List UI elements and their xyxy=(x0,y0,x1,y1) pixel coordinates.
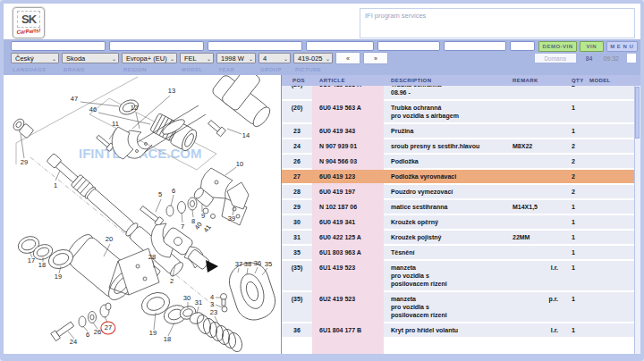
row-remark xyxy=(502,246,563,259)
table-row[interactable]: 27 6U0 419 123 Podložka vyrovnávaci 2 xyxy=(282,170,640,183)
filter-input-picture[interactable] xyxy=(510,41,535,51)
select-picture[interactable]: 419-025⌄ xyxy=(293,53,333,63)
filter-label-model: MODEL xyxy=(180,67,214,72)
part-callout-17[interactable]: 17 xyxy=(28,257,35,264)
filter-labels: LANGUAGEBRANDREGIONMODELYEARGROUPPICTURE xyxy=(11,67,335,72)
filter-input-model[interactable] xyxy=(306,41,374,51)
table-header: POS ARTICLE DESCRIPTION REMARK QTY MODEL xyxy=(282,75,640,86)
col-article: ARTICLE xyxy=(312,78,384,83)
part-callout-46[interactable]: 46 xyxy=(89,106,97,113)
table-row[interactable]: 24 N 907 939 01 sroub presny s sestihr.h… xyxy=(282,139,640,153)
select-region[interactable]: Evropa+ (EU)⌄ xyxy=(122,53,177,63)
filter-input-brand[interactable] xyxy=(109,41,204,51)
demo-vin-button[interactable]: DEMO-VIN xyxy=(538,41,577,52)
row-description: Kroužek pojistný xyxy=(384,231,502,244)
table-row[interactable]: 23 6U0 419 343 Pružina 1 xyxy=(282,124,640,138)
part-callout-14[interactable]: 14 xyxy=(242,132,250,139)
filter-input-language[interactable] xyxy=(11,41,106,51)
part-callout-10[interactable]: 10 xyxy=(236,161,243,168)
part-callout-11[interactable]: 11 xyxy=(112,121,119,128)
part-callout-19[interactable]: 19 xyxy=(149,330,157,337)
part-callout-28[interactable]: 28 xyxy=(148,254,156,261)
row-description: Těsnění xyxy=(384,246,502,259)
part-callout-6[interactable]: 6 xyxy=(86,332,89,339)
table-row[interactable]: (35) 6U1 419 523 manzetapro vozidla spos… xyxy=(282,261,640,290)
select-language[interactable]: Český⌄ xyxy=(11,53,59,63)
filter-input-year[interactable] xyxy=(377,41,440,51)
filter-selects: Český⌄Skoda⌄Evropa+ (EU)⌄FEL⌄1998 W⌄4⌄41… xyxy=(11,53,335,63)
part-callout-23[interactable]: 23 xyxy=(210,309,217,316)
col-model: MODEL xyxy=(586,78,640,83)
part-callout-20[interactable]: 20 xyxy=(106,236,113,243)
table-row[interactable]: (20) 6U0 419 563 H Trubka ochranná08.96 … xyxy=(282,86,640,99)
part-callout-47[interactable]: 47 xyxy=(71,96,78,103)
part-callout-18[interactable]: 18 xyxy=(164,336,171,343)
row-qty: 2 xyxy=(563,139,586,153)
part-callout-18[interactable]: 18 xyxy=(38,262,46,269)
status-count: 84 xyxy=(586,55,593,62)
row-pos: 31 xyxy=(282,231,312,244)
parts-diagram: IFINTERFACE.COM xyxy=(4,75,281,354)
part-callout-31[interactable]: 31 xyxy=(195,299,202,306)
select-group-value: 4 xyxy=(263,55,267,63)
scrollbar-thumb[interactable] xyxy=(635,87,640,139)
part-callout-7[interactable]: 7 xyxy=(181,223,184,231)
filter-input-region[interactable] xyxy=(208,41,302,51)
part-callout-36[interactable]: 36 xyxy=(254,260,261,267)
table-row[interactable]: 28 6U0 419 197 Pouzdro vymezovací 2 xyxy=(282,185,640,198)
part-callout-37[interactable]: 37 xyxy=(235,261,242,268)
row-model xyxy=(586,170,640,183)
brand-logo[interactable]: SK CarParts! xyxy=(13,7,45,38)
row-article: 6U1 419 523 xyxy=(312,261,384,290)
row-qty: 2 xyxy=(563,86,586,99)
select-year-value: 1998 W xyxy=(221,55,244,63)
status-field[interactable]: Domana xyxy=(534,53,577,63)
table-row[interactable]: (20) 6U0 419 563 A Trubka ochrannápro vo… xyxy=(282,101,640,122)
part-callout-3[interactable]: 3 xyxy=(210,301,214,308)
part-callout-35[interactable]: 35 xyxy=(265,261,272,268)
vin-button[interactable]: VIN xyxy=(580,41,603,52)
part-callout-39[interactable]: 39 xyxy=(228,215,235,222)
table-scrollbar[interactable] xyxy=(634,86,640,354)
part-callout-12[interactable]: 12 xyxy=(131,105,138,112)
part-callout-5[interactable]: 5 xyxy=(158,191,162,198)
part-callout-29[interactable]: 29 xyxy=(21,159,28,166)
row-remark: M14X1,5 xyxy=(502,200,563,214)
table-row[interactable]: 35 6U1 803 963 A Těsnění 1 xyxy=(282,246,640,259)
part-callout-24[interactable]: 24 xyxy=(70,339,77,346)
select-brand[interactable]: Skoda⌄ xyxy=(62,53,119,63)
part-callout-13[interactable]: 13 xyxy=(168,88,175,95)
filter-input-group[interactable] xyxy=(444,41,506,51)
part-callout-27[interactable]: 27 xyxy=(105,324,112,332)
prev-page-button[interactable]: « xyxy=(335,52,360,64)
table-row[interactable]: 36 6U1 804 177 B Kryt pro hřídel volantu… xyxy=(282,323,640,337)
part-callout-6[interactable]: 6 xyxy=(172,188,175,195)
logo-text: SK xyxy=(17,11,40,28)
table-row[interactable]: 29 N 102 187 06 matice sestihranna M14X1… xyxy=(282,200,640,214)
select-group[interactable]: 4⌄ xyxy=(258,53,291,63)
row-article: N 907 939 01 xyxy=(312,139,384,153)
part-callout-1[interactable]: 1 xyxy=(54,182,57,189)
select-year[interactable]: 1998 W⌄ xyxy=(216,53,256,63)
part-callout-9[interactable]: 9 xyxy=(201,213,205,220)
row-pos: (35) xyxy=(282,261,312,290)
row-description: Podložka xyxy=(384,155,502,168)
filter-label-picture: PICTURE xyxy=(293,67,333,72)
menu-button[interactable]: M E N U xyxy=(606,41,639,52)
next-page-button[interactable]: » xyxy=(363,52,388,64)
table-row[interactable]: 30 6U0 419 341 Kroužek opěrný 1 xyxy=(282,215,640,229)
select-model[interactable]: FEL⌄ xyxy=(180,53,214,63)
status-checkbox[interactable] xyxy=(626,53,637,63)
row-remark: p.r. xyxy=(502,292,563,322)
part-callout-38[interactable]: 38 xyxy=(244,261,251,268)
part-callout-19[interactable]: 19 xyxy=(55,273,62,281)
part-callout-2[interactable]: 2 xyxy=(170,278,174,285)
row-model xyxy=(586,215,640,229)
row-model xyxy=(586,139,640,153)
part-callout-30[interactable]: 30 xyxy=(183,295,191,302)
row-pos: 26 xyxy=(282,155,312,168)
table-row[interactable]: 26 N 904 566 03 Podložka 2 xyxy=(282,155,640,168)
table-row[interactable]: 31 6U0 422 125 A Kroužek pojistný 22MM 1 xyxy=(282,231,640,244)
filter-label-year: YEAR xyxy=(216,67,256,72)
table-row[interactable]: (35) 6U2 419 523 manzetapro vozidla spos… xyxy=(282,292,640,322)
